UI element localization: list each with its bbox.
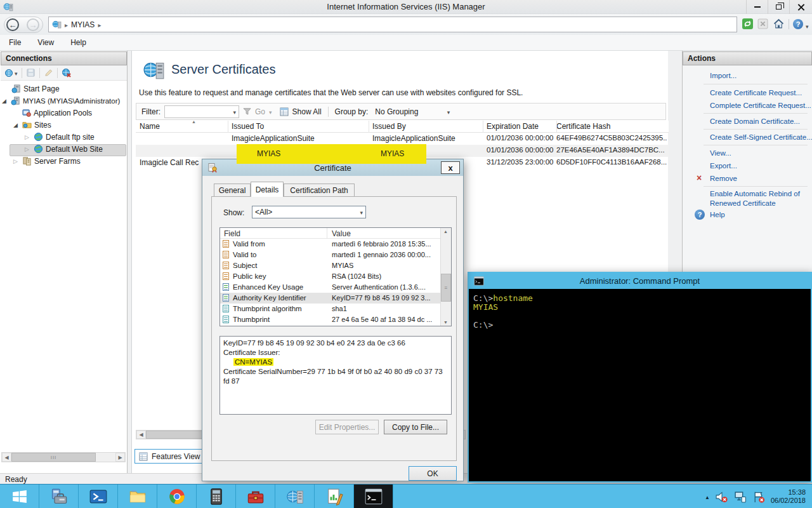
list-item[interactable]: Thumbprint27 e4 6a 5e 40 af 1a 38 94 dc … [220,314,441,325]
minimize-button[interactable] [746,0,768,14]
show-select[interactable]: <All> [252,206,366,218]
taskbar-toolbox[interactable] [236,485,275,508]
collapsed-icon[interactable]: ▷ [13,158,20,164]
list-item[interactable]: Valid tomartedì 1 gennaio 2036 00:00... [220,250,441,260]
go-button[interactable]: Go [255,107,265,116]
taskbar-command-prompt[interactable] [354,485,393,508]
help-icon[interactable]: ? [793,19,803,29]
tree-item-start-page[interactable]: Start Page [11,83,60,95]
scroll-down-icon[interactable]: ▼ [443,320,448,324]
scroll-right-icon[interactable]: ▶ [115,453,125,462]
column-header-name[interactable]: Name [140,122,225,131]
taskbar-file-explorer[interactable] [118,485,157,508]
start-button[interactable] [0,485,39,508]
breadcrumb-server[interactable]: MYIAS [71,20,95,29]
list-item[interactable]: Enhanced Key UsageServer Authentication … [220,282,441,293]
action-import[interactable]: Import... [710,72,737,79]
close-button[interactable] [789,0,812,14]
copy-to-file-button[interactable]: Copy to File... [384,420,447,434]
menu-help[interactable]: Help [70,38,86,47]
rename-icon[interactable] [44,68,53,77]
tree-item-sites[interactable]: ◢ Sites [13,119,51,131]
column-divider[interactable] [327,228,327,239]
show-all-button[interactable]: Show All [292,107,322,116]
ok-button[interactable]: OK [409,466,457,481]
tree-item-application-pools[interactable]: Application Pools [22,107,92,119]
dialog-close-button[interactable]: x [441,161,460,174]
tab-details[interactable]: Details [251,182,284,197]
scroll-left-icon[interactable]: ◀ [136,431,146,439]
collapsed-icon[interactable]: ▷ [25,146,31,152]
taskbar-clock[interactable]: 15:38 06/02/2018 [771,488,806,505]
list-item[interactable]: Valid frommartedì 6 febbraio 2018 15:35.… [220,239,441,250]
forward-button[interactable]: → [27,18,39,31]
scroll-up-icon[interactable]: ▲ [443,229,448,234]
taskbar-powershell[interactable] [79,485,118,508]
action-create-certificate-request[interactable]: Create Certificate Request... [710,89,802,97]
action-center-flag-icon[interactable] [752,490,766,504]
action-view[interactable]: View... [710,149,731,157]
action-create-domain-certificate[interactable]: Create Domain Certificate... [710,117,800,125]
list-vscrollbar[interactable]: ▲ ≡ ▼ [440,228,451,326]
list-item-selected[interactable]: Authority Key IdentifierKeyID=77 f9 b8 4… [220,293,441,304]
list-item[interactable]: Public keyRSA (1024 Bits) [220,271,441,282]
column-header-expiration[interactable]: Expiration Date [487,122,555,131]
list-item[interactable]: Thumbprint algorithmsha1 [220,304,441,314]
group-by-select[interactable]: No Grouping [372,105,453,118]
create-connection-icon[interactable] [4,68,18,78]
stop-icon[interactable] [757,18,769,30]
restore-button[interactable] [768,0,789,14]
column-header-issued-by[interactable]: Issued By [372,122,481,131]
back-button[interactable]: ← [6,18,19,31]
column-header-value[interactable]: Value [332,229,351,238]
table-row[interactable]: ImagicleApplicationSuite ImagicleApplica… [136,133,669,145]
column-divider[interactable] [228,121,228,133]
column-header-hash[interactable]: Certificate Hash [556,122,667,131]
action-enable-automatic-rebind[interactable]: Enable Automatic Rebind of Renewed Certi… [710,189,811,208]
taskbar-iis-manager[interactable] [275,485,315,508]
menu-file[interactable]: File [9,38,21,47]
console-output[interactable]: C:\>hostname MYIAS C:\> [469,289,811,481]
network-icon[interactable] [733,490,747,504]
tree-item-server-myias[interactable]: ◢ MYIAS (MYIAS\Administrator) [2,95,120,107]
scrollbar-thumb[interactable]: ≡ [441,274,451,302]
hidden-icons-chevron[interactable] [705,492,710,501]
features-view-tab[interactable]: Features View [134,449,202,464]
action-export[interactable]: Export... [710,162,737,170]
save-connections-icon[interactable] [26,68,36,77]
help-menu-caret-icon[interactable] [806,22,809,30]
column-header-field[interactable]: Field [224,229,240,238]
tree-item-default-web-site[interactable]: ▷ Default Web Site [25,143,103,155]
scrollbar-thumb[interactable]: III [11,453,96,462]
taskbar-phone-dialer[interactable] [197,485,236,508]
disconnect-icon[interactable] [62,68,72,78]
action-complete-certificate-request[interactable]: Complete Certificate Request... [710,102,811,109]
tree-item-default-ftp-site[interactable]: ▷ Default ftp site [25,131,95,143]
column-header-issued-to[interactable]: Issued To [232,122,365,131]
filter-input[interactable] [164,105,239,118]
column-divider[interactable] [483,121,483,133]
list-item[interactable]: SubjectMYIAS [220,260,441,271]
breadcrumb-caret-icon[interactable] [98,20,101,29]
column-divider[interactable] [556,121,557,133]
collapsed-icon[interactable]: ▷ [25,134,31,140]
action-remove[interactable]: Remove [710,175,737,182]
edit-properties-button[interactable]: Edit Properties... [315,420,379,434]
field-detail-text[interactable]: KeyID=77 f9 b8 45 19 09 92 30 b4 e0 24 2… [219,336,452,415]
menu-view[interactable]: View [37,38,54,47]
action-create-self-signed-certificate[interactable]: Create Self-Signed Certificate... [710,133,812,141]
breadcrumb[interactable]: MYIAS [48,17,737,32]
taskbar-server-manager[interactable] [39,485,79,508]
home-icon[interactable] [773,18,785,30]
expanded-icon[interactable]: ◢ [13,122,20,128]
cmd-titlebar[interactable]: Administrator: Command Prompt [469,273,811,289]
taskbar-chrome[interactable] [157,485,197,508]
tab-general[interactable]: General [214,184,251,197]
refresh-icon[interactable] [742,18,754,30]
tab-certification-path[interactable]: Certification Path [284,184,355,197]
action-help[interactable]: Help [710,211,725,218]
expanded-icon[interactable]: ◢ [2,98,8,104]
tree-item-server-farms[interactable]: ▷ Server Farms [13,155,81,167]
column-divider[interactable] [369,121,369,133]
taskbar-log-tool[interactable] [315,485,354,508]
